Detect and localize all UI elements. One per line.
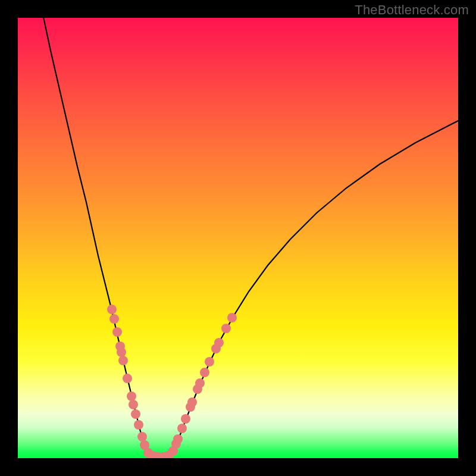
data-dot — [177, 424, 187, 433]
data-dot — [205, 357, 214, 367]
data-dot — [107, 305, 117, 314]
data-dot — [129, 400, 138, 409]
data-dot — [187, 397, 197, 407]
data-dots — [107, 305, 237, 458]
data-dot — [131, 409, 140, 419]
data-dot — [173, 434, 183, 444]
data-dot — [127, 392, 136, 401]
data-dot — [181, 414, 190, 424]
data-dot — [195, 378, 205, 388]
data-dot — [214, 338, 224, 347]
watermark-text: TheBottleneck.com — [355, 2, 469, 18]
data-dot — [221, 324, 231, 333]
v-curve — [42, 18, 458, 457]
data-dot — [112, 327, 122, 337]
plot-area — [18, 18, 458, 458]
data-dot — [227, 313, 237, 322]
data-dot — [118, 356, 128, 365]
data-dot — [200, 368, 209, 377]
data-dot — [134, 420, 143, 430]
data-dot — [123, 374, 132, 383]
data-dot — [137, 432, 147, 441]
chart-frame: TheBottleneck.com — [0, 0, 476, 476]
data-dot — [109, 314, 119, 324]
curve-svg — [18, 18, 458, 458]
data-dot — [117, 347, 126, 357]
